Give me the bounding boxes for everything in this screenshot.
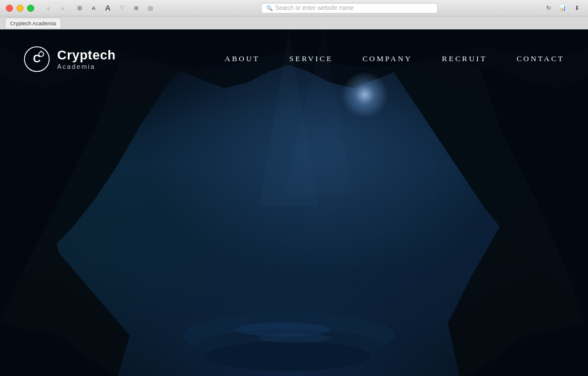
svg-point-4	[259, 334, 330, 343]
download-icon[interactable]: ⬇	[572, 3, 582, 14]
back-button[interactable]: ‹	[42, 2, 54, 14]
browser-toolbar-icons: ⊞ A A ♡ ⊕ ◎	[74, 3, 156, 14]
nav-recruit[interactable]: Recruit	[442, 54, 487, 64]
logo-name: Cryptech	[57, 48, 115, 63]
heart-icon[interactable]: ♡	[117, 3, 127, 14]
view-icon[interactable]: ⊞	[74, 3, 85, 14]
nav-service[interactable]: Service	[289, 54, 333, 64]
browser-right-icons: ↻ 📊 ⬇	[543, 3, 582, 14]
svg-text:C: C	[33, 53, 41, 65]
share-icon[interactable]: ⊕	[131, 3, 141, 14]
address-bar[interactable]: 🔍 Search or enter website name	[261, 3, 438, 14]
nav-links: About Service Company Recruit Contact	[224, 54, 564, 64]
tab-label: Cryptech Academia	[10, 21, 56, 26]
navbar: C Cryptech Academia About Service Compan…	[0, 29, 588, 88]
address-bar-container: 🔍 Search or enter website name	[159, 3, 540, 14]
stats-icon[interactable]: 📊	[557, 3, 568, 14]
logo-text: Cryptech Academia	[57, 48, 115, 70]
logo-subtitle: Academia	[57, 63, 115, 70]
text-small-icon[interactable]: A	[88, 3, 99, 14]
active-tab[interactable]: Cryptech Academia	[5, 18, 61, 28]
browser-chrome: ‹ › ⊞ A A ♡ ⊕ ◎ 🔍 Search or enter websit…	[0, 0, 588, 16]
browser-navigation: ‹ ›	[42, 2, 68, 14]
extension-icon[interactable]: ◎	[145, 3, 156, 14]
address-text: Search or enter website name	[275, 5, 354, 11]
logo-container[interactable]: C Cryptech Academia	[24, 46, 115, 72]
close-button[interactable]	[6, 5, 13, 12]
website-content: C Cryptech Academia About Service Compan…	[0, 29, 588, 376]
reload-icon[interactable]: ↻	[543, 3, 554, 14]
maximize-button[interactable]	[27, 5, 34, 12]
text-large-icon[interactable]: A	[103, 3, 113, 14]
forward-button[interactable]: ›	[57, 2, 68, 14]
search-icon: 🔍	[266, 5, 273, 11]
nav-about[interactable]: About	[224, 54, 260, 64]
svg-point-2	[206, 341, 371, 371]
minimize-button[interactable]	[16, 5, 24, 12]
nav-company[interactable]: Company	[362, 54, 412, 64]
nav-contact[interactable]: Contact	[517, 54, 564, 64]
browser-tab-bar: Cryptech Academia	[0, 16, 588, 29]
logo-icon: C	[24, 46, 50, 72]
